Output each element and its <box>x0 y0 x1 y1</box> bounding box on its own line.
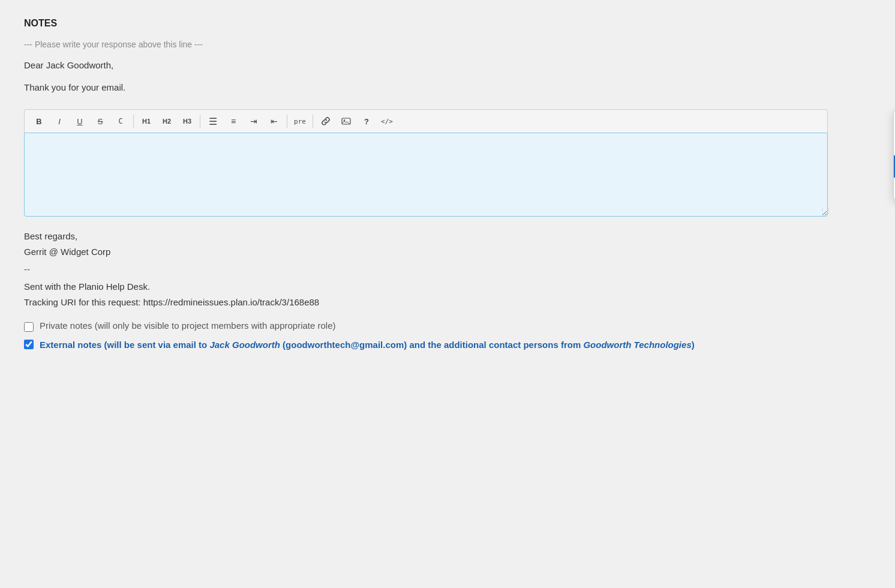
external-notes-email: (goodworthtech@gmail.com) and the additi… <box>280 340 584 350</box>
toolbar: B I U S C H1 H2 H3 ☰ ≡ ⇥ ⇤ pre <box>24 109 828 133</box>
svg-point-1 <box>344 119 345 121</box>
help-button[interactable]: ? <box>357 113 376 130</box>
footer-line2: Tracking URI for this request: https://r… <box>24 295 828 310</box>
notes-separator: --- Please write your response above thi… <box>24 40 828 49</box>
notes-signature: Best regards, Gerrit @ Widget Corp <box>24 229 828 259</box>
external-notes-checkbox[interactable] <box>24 340 34 349</box>
notes-body: Thank you for your email. <box>24 82 828 92</box>
external-notes-company: Goodworth Technologies <box>583 340 691 350</box>
toolbar-area: B I U S C H1 H2 H3 ☰ ≡ ⇥ ⇤ pre <box>24 109 828 217</box>
toolbar-divider-1 <box>133 115 134 128</box>
code-button[interactable]: C <box>111 113 130 130</box>
notes-greeting: Dear Jack Goodworth, <box>24 60 828 70</box>
pre-button[interactable]: pre <box>290 113 310 130</box>
link-icon <box>321 116 331 126</box>
external-notes-end: ) <box>692 340 695 350</box>
notes-title: NOTES <box>24 18 828 29</box>
toolbar-divider-4 <box>313 115 313 128</box>
external-notes-label: External notes (will be sent via email t… <box>40 338 695 352</box>
toolbar-divider-3 <box>287 115 287 128</box>
signature-company: Gerrit @ Widget Corp <box>24 244 828 260</box>
private-notes-label: Private notes (will only be visible to p… <box>40 320 336 331</box>
ul-button[interactable]: ☰ <box>203 113 223 130</box>
external-notes-name: Jack Goodworth <box>209 340 280 350</box>
external-notes-row: External notes (will be sent via email t… <box>24 338 828 352</box>
notes-footer: Sent with the Planio Help Desk. Tracking… <box>24 279 828 310</box>
toolbar-divider-2 <box>200 115 200 128</box>
underline-button[interactable]: U <box>70 113 89 130</box>
strikethrough-button[interactable]: S <box>91 113 110 130</box>
notes-dashes: -- <box>24 264 828 274</box>
private-notes-checkbox[interactable] <box>24 322 34 332</box>
textarea-wrapper: ⋮⋮ <box>24 133 828 217</box>
ol-button[interactable]: ≡ <box>224 113 243 130</box>
indent-button[interactable]: ⇥ <box>244 113 263 130</box>
h2-button[interactable]: H2 <box>157 113 176 130</box>
notes-input[interactable] <box>24 133 828 217</box>
link-button[interactable] <box>316 113 335 130</box>
html-button[interactable]: </> <box>377 113 397 130</box>
italic-button[interactable]: I <box>50 113 69 130</box>
image-button[interactable] <box>337 113 356 130</box>
h3-button[interactable]: H3 <box>178 113 197 130</box>
footer-line1: Sent with the Planio Help Desk. <box>24 279 828 295</box>
bold-button[interactable]: B <box>29 113 49 130</box>
outdent-button[interactable]: ⇤ <box>265 113 284 130</box>
notes-section: NOTES --- Please write your response abo… <box>24 18 828 352</box>
signature-regards: Best regards, <box>24 229 828 244</box>
private-notes-row: Private notes (will only be visible to p… <box>24 320 828 332</box>
h1-button[interactable]: H1 <box>137 113 156 130</box>
image-icon <box>341 116 351 126</box>
external-label-before: External notes (will be sent via email t… <box>40 340 209 350</box>
